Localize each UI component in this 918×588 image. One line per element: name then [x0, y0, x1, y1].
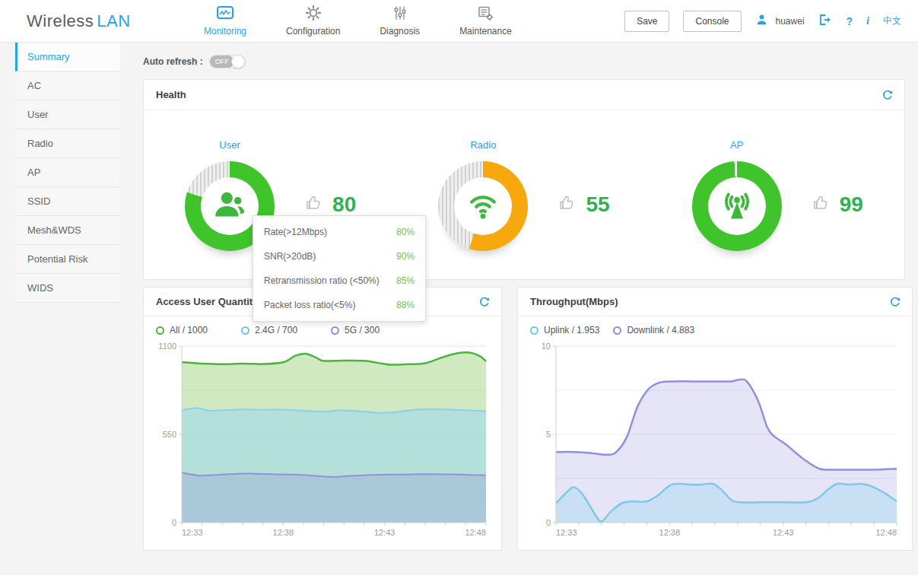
charts-row: Access User Quantity All / 1000 2.4G / 7…: [143, 287, 905, 551]
nav-tab-monitoring[interactable]: Monitoring: [204, 5, 246, 37]
logo-text-wireless: Wireless: [27, 11, 94, 30]
access-user-quantity-panel: Access User Quantity All / 1000 2.4G / 7…: [143, 287, 502, 551]
sidebar-item-ssid[interactable]: SSID: [15, 187, 120, 216]
legend-label: Downlink / 4.883: [627, 325, 694, 335]
username-label: huawei: [776, 16, 805, 27]
svg-text:0: 0: [172, 518, 176, 527]
tooltip-value: 90%: [396, 251, 415, 262]
tooltip-value: 88%: [396, 300, 415, 310]
auto-refresh-label: Auto refresh :: [143, 56, 203, 67]
legend-label: Uplink / 1.953: [544, 325, 599, 335]
language-switch[interactable]: 中文: [883, 14, 901, 27]
antenna-icon: [717, 186, 757, 226]
toggle-state-label: OFF: [210, 56, 234, 68]
throughput-legend: Uplink / 1.953 Downlink / 4.883: [518, 316, 912, 337]
user-score: 80: [305, 192, 356, 217]
svg-text:12:48: 12:48: [875, 528, 897, 537]
svg-text:5: 5: [546, 430, 551, 439]
sidebar-item-user[interactable]: User: [15, 100, 120, 129]
gauge-label-user: User: [219, 139, 240, 151]
svg-text:12:38: 12:38: [659, 528, 681, 537]
tooltip-row: Retransmission ratio (<50%)85%: [253, 269, 425, 293]
throughput-panel-header: Throughput(Mbps): [518, 288, 912, 316]
console-button[interactable]: Console: [683, 11, 741, 32]
health-title: Health: [156, 89, 186, 100]
tooltip-value: 80%: [396, 227, 415, 237]
info-icon[interactable]: i: [866, 15, 869, 27]
legend-label: 5G / 300: [345, 325, 380, 335]
sidebar-item-ap[interactable]: AP: [15, 158, 120, 187]
tooltip-row: SNR(>20dB)90%: [253, 244, 425, 269]
throughput-title: Throughput(Mbps): [530, 296, 618, 307]
nav-tab-maintenance[interactable]: Maintenance: [459, 5, 512, 37]
health-detail-tooltip: Rate(>12Mbps)80% SNR(>20dB)90% Retransmi…: [253, 215, 426, 322]
refresh-icon[interactable]: [478, 296, 491, 308]
user-score-value: 80: [332, 192, 356, 217]
sidebar-item-potential-risk[interactable]: Potential Risk: [15, 245, 120, 274]
legend-item-uplink[interactable]: Uplink / 1.953: [530, 325, 599, 335]
legend-item-downlink[interactable]: Downlink / 4.883: [613, 325, 694, 335]
user-group-icon: [210, 185, 249, 227]
ap-score-value: 99: [840, 192, 863, 217]
workspace: Summary AC User Radio AP SSID Mesh&WDS P…: [0, 43, 918, 575]
nav-tab-diagnosis[interactable]: Diagnosis: [380, 5, 420, 37]
legend-item-5g[interactable]: 5G / 300: [331, 325, 380, 335]
svg-text:12:48: 12:48: [465, 528, 486, 537]
sidebar-item-radio[interactable]: Radio: [15, 129, 120, 158]
toggle-knob[interactable]: [231, 55, 245, 68]
thumbs-up-icon: [812, 194, 831, 215]
gear-icon: [306, 5, 321, 24]
tooltip-label: Packet loss ratio(<5%): [264, 300, 355, 310]
sidebar-item-summary[interactable]: Summary: [15, 43, 120, 72]
sidebar-item-wids[interactable]: WIDS: [15, 274, 120, 303]
svg-text:550: 550: [163, 430, 176, 439]
access-user-chart-svg: 0550110012:3312:3812:4312:48: [154, 340, 492, 544]
tooltip-row: Packet loss ratio(<5%)88%: [253, 293, 425, 317]
logout-icon[interactable]: [818, 14, 833, 29]
gauge-ap: AP: [651, 139, 904, 251]
legend-dot: [331, 326, 339, 335]
gauge-label-ap: AP: [730, 139, 743, 151]
header-actions: Save Console huawei ? i 中文: [624, 11, 901, 32]
radio-health-donut[interactable]: [438, 161, 528, 251]
ap-score: 99: [812, 192, 863, 217]
wifi-icon: [465, 187, 501, 225]
ap-health-donut[interactable]: [692, 161, 782, 251]
nav-tab-configuration[interactable]: Configuration: [286, 5, 340, 37]
nav-label: Maintenance: [459, 26, 512, 37]
legend-label: 2.4G / 700: [255, 325, 297, 335]
legend-label: All / 1000: [170, 325, 208, 335]
sliders-icon: [393, 5, 407, 24]
logo-text-lan: LAN: [97, 11, 130, 30]
save-button[interactable]: Save: [624, 11, 669, 32]
access-user-chart: 0550110012:3312:3812:4312:48: [144, 337, 501, 547]
nav-label: Diagnosis: [380, 26, 420, 37]
sidebar-item-mesh-wds[interactable]: Mesh&WDS: [15, 216, 120, 245]
main-content: Auto refresh : OFF Health User: [120, 43, 918, 575]
help-icon[interactable]: ?: [847, 15, 853, 27]
throughput-chart-svg: 051012:3312:3812:4312:48: [529, 340, 903, 544]
nav-label: Configuration: [286, 26, 340, 37]
legend-item-all[interactable]: All / 1000: [156, 325, 208, 335]
tooltip-label: Retransmission ratio (<50%): [264, 275, 380, 286]
user-avatar-icon: [755, 14, 768, 29]
refresh-icon[interactable]: [889, 296, 901, 308]
legend-item-2-4g[interactable]: 2.4G / 700: [241, 325, 297, 335]
app-header: WirelessLAN Monitoring Conf: [0, 0, 918, 43]
health-panel-header: Health: [144, 80, 904, 110]
sidebar-menu: Summary AC User Radio AP SSID Mesh&WDS P…: [0, 43, 120, 575]
throughput-panel: Throughput(Mbps) Uplink / 1.953 Downlink…: [517, 287, 913, 551]
refresh-icon[interactable]: [881, 89, 894, 101]
tooltip-label: Rate(>12Mbps): [264, 227, 327, 237]
auto-refresh-toggle[interactable]: OFF: [209, 55, 246, 68]
server-gear-icon: [478, 5, 494, 24]
nav-label: Monitoring: [204, 26, 246, 37]
sidebar-item-ac[interactable]: AC: [15, 72, 120, 100]
thumbs-up-icon: [305, 194, 323, 215]
tooltip-label: SNR(>20dB): [264, 251, 316, 262]
legend-dot: [613, 326, 621, 335]
access-user-title: Access User Quantity: [156, 296, 258, 307]
svg-text:12:33: 12:33: [556, 528, 577, 537]
radio-score-value: 55: [586, 192, 609, 217]
thumbs-up-icon: [558, 194, 577, 215]
